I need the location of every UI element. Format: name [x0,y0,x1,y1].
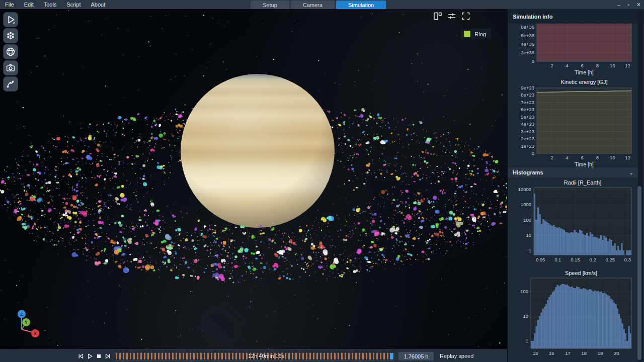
legend-ring: Ring [461,29,491,39]
menu-file[interactable]: File [0,0,19,9]
skip-to-start-button[interactable] [76,352,85,360]
svg-text:6e+36: 6e+36 [521,33,534,38]
menu-edit[interactable]: Edit [19,0,39,9]
svg-text:10: 10 [526,232,531,238]
skip-to-end-button[interactable] [104,352,112,360]
tab-setup[interactable]: Setup [251,1,289,9]
svg-text:8: 8 [596,155,599,160]
svg-text:9e+23: 9e+23 [521,85,534,90]
particles-button[interactable] [3,28,18,43]
z-axis-label: Z [20,312,23,317]
svg-text:0.15: 0.15 [571,257,580,262]
camera-settings-icon [5,62,16,73]
camera-settings-button[interactable] [3,60,18,75]
svg-text:1: 1 [529,248,531,253]
split-view-button[interactable] [433,11,443,21]
svg-text:16: 16 [549,350,554,356]
panel-scrollbar-track[interactable] [638,9,643,362]
application-window: FileEditToolsScriptAbout SetupCameraSimu… [0,0,644,362]
svg-text:2e+36: 2e+36 [521,50,534,55]
svg-text:8e+23: 8e+23 [521,92,534,98]
svg-text:4e+36: 4e+36 [521,41,534,47]
svg-text:15: 15 [533,350,538,356]
chart-speed: 100101151617181920Speed [km/s] [508,269,635,362]
viewport-toolbar [3,12,18,92]
tune-button[interactable] [447,11,457,21]
svg-text:Time [h]: Time [h] [575,69,594,75]
svg-text:0: 0 [532,150,534,156]
fullscreen-button[interactable] [461,11,471,21]
timeline-handle[interactable] [390,353,393,359]
svg-text:12: 12 [625,155,630,160]
svg-text:8: 8 [596,63,599,68]
play-icon [87,353,93,359]
y-axis-label: Y [25,320,28,325]
orientation-gizmo[interactable]: Z Y X [9,306,45,342]
svg-text:2: 2 [550,155,553,160]
replay-speed-label: Replay speed [440,352,473,360]
chart-radii: 1000010001001010.050.10.150.20.250.3Radi… [508,178,635,269]
tab-camera[interactable]: Camera [291,1,335,9]
chevron-down-icon: ⌄ [629,170,633,175]
svg-text:10: 10 [610,155,615,160]
current-time-field[interactable]: 1.76005 h [398,352,434,360]
svg-text:1e+23: 1e+23 [521,143,534,149]
close-button[interactable]: ✕ [636,0,641,9]
chart-energy-top: 8e+366e+364e+362e+36024681012Time [h] [508,24,635,78]
playback-bar: 12h 40min 16s 1.76005 h Replay speed [0,349,507,362]
svg-text:100: 100 [523,217,531,223]
globe-icon [5,46,16,57]
svg-text:10: 10 [523,313,528,319]
menu-tools[interactable]: Tools [39,0,62,9]
stop-button[interactable] [95,352,103,360]
svg-text:Speed [km/s]: Speed [km/s] [565,270,597,276]
tab-bar: SetupCameraSimulation [251,1,386,9]
menu-about[interactable]: About [86,0,111,9]
svg-text:7e+23: 7e+23 [521,100,534,105]
node-graph-button[interactable] [3,76,18,92]
x-axis-label: X [34,331,37,336]
svg-text:0.1: 0.1 [554,257,561,262]
svg-text:10: 10 [610,63,615,68]
histograms-section-header[interactable]: Histograms ⌄ [508,167,638,177]
play-simulation-button[interactable] [3,12,18,27]
skip-to-start-icon [77,353,84,359]
maximize-button[interactable]: ▫ [627,0,629,9]
menu-bar: FileEditToolsScriptAbout SetupCameraSimu… [0,0,644,9]
window-controls: –▫✕ [617,0,641,9]
panel-scrollbar-thumb[interactable] [637,186,641,360]
viewport-3d[interactable]: Ring Z Y X [0,9,507,349]
tab-simulation[interactable]: Simulation [336,1,386,9]
svg-text:10000: 10000 [518,187,531,192]
svg-text:2: 2 [550,63,553,68]
tune-icon [447,12,456,21]
svg-text:8e+36: 8e+36 [521,24,534,30]
svg-text:18: 18 [582,350,587,356]
skip-to-end-icon [105,353,111,359]
svg-text:6: 6 [581,155,584,160]
chart-kinetic: 9e+238e+237e+236e+235e+234e+233e+232e+23… [508,78,635,167]
svg-text:6e+23: 6e+23 [521,107,534,112]
svg-text:20: 20 [614,350,619,356]
play-button[interactable] [86,352,94,360]
svg-text:1000: 1000 [521,202,531,207]
svg-text:4: 4 [566,63,569,68]
svg-text:3e+23: 3e+23 [521,129,534,134]
svg-text:0.2: 0.2 [589,257,596,262]
minimize-button[interactable]: – [617,0,620,9]
svg-text:19: 19 [598,350,603,356]
menu-script[interactable]: Script [61,0,86,9]
globe-button[interactable] [3,44,18,59]
svg-text:0.3: 0.3 [624,257,631,262]
svg-text:2e+23: 2e+23 [521,136,534,141]
legend-label: Ring [474,31,486,37]
play-icon [5,14,16,25]
svg-text:6: 6 [581,63,584,68]
simulation-info-panel: Simulation info 8e+366e+364e+362e+360246… [507,9,644,362]
svg-text:Time [h]: Time [h] [575,161,594,167]
timeline-slider[interactable]: 12h 40min 16s [115,352,394,360]
split-view-icon [433,12,442,21]
node-graph-icon [5,78,16,89]
menu-items: FileEditToolsScriptAbout [0,0,110,9]
fullscreen-icon [461,12,470,21]
